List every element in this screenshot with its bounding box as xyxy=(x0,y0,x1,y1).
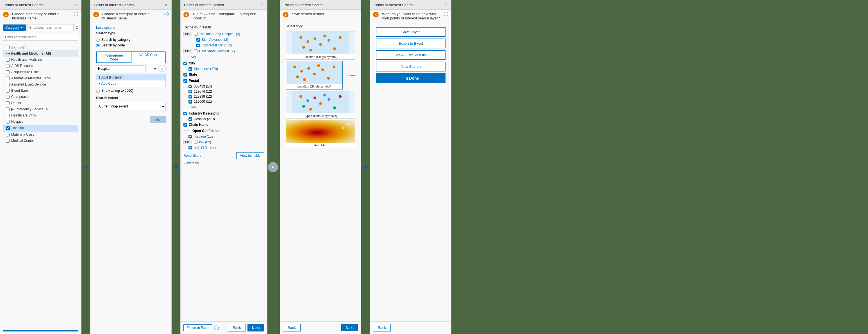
only-link[interactable]: only xyxy=(210,145,216,149)
im-done-btn[interactable]: I'm Done xyxy=(376,73,445,83)
panel3-next-btn[interactable]: Next xyxy=(247,324,264,331)
colorectal-label: Colorectal Clinic xyxy=(202,43,226,47)
tree-check-acupuncture[interactable] xyxy=(6,71,9,74)
panel3-info-icon[interactable]: i xyxy=(214,326,219,330)
suggestion-item-hospital[interactable]: 15014 (Hospital) xyxy=(96,74,165,81)
tree-check-hospice[interactable] xyxy=(6,120,9,123)
tree-item-event[interactable]: Event (All) xyxy=(3,45,79,50)
check-industry-section[interactable] xyxy=(183,112,187,115)
check-308433[interactable] xyxy=(188,85,192,88)
postal-110000-row: 110000 (11) xyxy=(181,99,267,104)
panel5-collapse-btn[interactable]: « xyxy=(443,3,448,7)
add-code-link[interactable]: + Add Code xyxy=(96,81,165,87)
style-item-single1[interactable]: Location (Single symbol) xyxy=(286,31,355,60)
radio-by-category[interactable] xyxy=(96,38,100,41)
step2-info-icon[interactable]: i xyxy=(164,12,168,16)
tab-naics[interactable]: NAICS Code xyxy=(131,52,165,63)
business-name-input[interactable] xyxy=(28,24,73,31)
tree-item-acupuncture[interactable]: Acupuncture Clinic xyxy=(3,69,79,75)
tree-check-event[interactable] xyxy=(6,46,9,49)
tree-item-health-medicine[interactable]: Health and Medicine xyxy=(3,57,79,63)
tree-check-aids[interactable] xyxy=(6,64,9,68)
view-edit-results-btn[interactable]: View / Edit Results xyxy=(376,50,445,60)
tree-item-chiro[interactable]: Chiropractor xyxy=(3,94,79,100)
check-state-section[interactable] xyxy=(183,73,187,77)
tree-group-health[interactable]: ▪ ◂ Health and Medicine (All) xyxy=(3,50,79,57)
check-110000[interactable] xyxy=(188,100,192,104)
clear-search-btn[interactable]: ✕ xyxy=(158,65,166,72)
tree-item-hospital[interactable]: Hospital xyxy=(3,124,79,131)
code-dropdown[interactable] xyxy=(147,65,157,72)
tree-check-emergency[interactable] xyxy=(6,108,9,111)
check-singapore[interactable] xyxy=(188,67,192,71)
panel3-export-excel-btn[interactable]: Export to Excel xyxy=(183,325,212,331)
reset-filters-link[interactable]: Reset filters xyxy=(183,154,201,158)
check-industry-hospital[interactable] xyxy=(188,117,192,121)
tree-item-alt-medicine[interactable]: Alternative Medicine Clinic xyxy=(3,75,79,81)
check-city-section[interactable] xyxy=(183,62,187,65)
check-east-shore[interactable] xyxy=(194,49,197,53)
check-tan-tock[interactable] xyxy=(194,32,197,36)
view-full-table-btn[interactable]: View full table xyxy=(236,152,264,159)
radio-by-code[interactable] xyxy=(96,44,100,47)
tree-check-assisted[interactable] xyxy=(6,83,9,86)
panel2-collapse-btn[interactable]: « xyxy=(163,3,168,7)
panel1-scrollbar[interactable] xyxy=(3,330,79,331)
tree-item-maternity[interactable]: Maternity Clinic xyxy=(3,131,79,138)
check-medium[interactable] xyxy=(188,135,192,138)
export-excel-btn[interactable]: Export to Excel xyxy=(376,38,445,48)
panel5-back-btn[interactable]: Back xyxy=(373,324,391,331)
step5-info-icon[interactable]: i xyxy=(444,12,448,16)
tree-check-dentist[interactable] xyxy=(6,101,9,105)
more-link-1[interactable]: more xyxy=(181,54,267,60)
tree-check-alt-medicine[interactable] xyxy=(6,77,9,80)
style-item-single2[interactable]: Location (Single symbol) xyxy=(286,61,343,89)
panel1-collapse-btn[interactable]: « xyxy=(73,3,78,7)
collapse-arrow-3-4[interactable]: ► xyxy=(268,162,278,172)
less-options-link[interactable]: Less options xyxy=(93,25,118,31)
tree-item-medical[interactable]: Medical Center xyxy=(3,138,79,144)
tree-item-aids[interactable]: AIDS Resource xyxy=(3,63,79,69)
category-button[interactable]: Category ▼ xyxy=(3,25,26,31)
extent-select[interactable]: Current map extent xyxy=(96,103,166,110)
panel4-back-btn[interactable]: Back xyxy=(283,324,301,331)
category-search-input[interactable] xyxy=(3,34,79,40)
new-search-btn[interactable]: New Search xyxy=(376,62,445,72)
more-link-postal[interactable]: more xyxy=(181,104,267,110)
panel4-next-btn[interactable]: Next xyxy=(341,324,358,331)
style-item-heatmap[interactable]: Heat Map xyxy=(286,120,355,148)
tree-item-blood[interactable]: Blood Bank xyxy=(3,87,79,94)
view-table-link[interactable]: View table xyxy=(183,161,199,165)
check-postal-section[interactable] xyxy=(183,79,187,83)
check-low[interactable] xyxy=(194,140,197,144)
check-bion[interactable] xyxy=(196,38,200,41)
panel4-collapse-btn[interactable]: « xyxy=(353,3,358,7)
tree-check-health-medicine[interactable] xyxy=(6,58,9,62)
tree-item-assisted[interactable]: Assisted Living Service xyxy=(3,81,79,87)
check-119074[interactable] xyxy=(188,90,192,93)
radio-show-all[interactable] xyxy=(96,89,100,92)
panel3-back-btn[interactable]: Back xyxy=(228,324,246,331)
tree-check-blood[interactable] xyxy=(6,89,9,92)
panel3-collapse-btn[interactable]: « xyxy=(259,3,264,7)
tree-check-maternity[interactable] xyxy=(6,133,9,137)
check-chain-section[interactable] xyxy=(183,123,187,127)
go-button[interactable]: Go xyxy=(150,116,166,123)
tree-item-hospice[interactable]: Hospice xyxy=(3,118,79,124)
check-high[interactable] xyxy=(188,146,192,149)
tree-check-medical[interactable] xyxy=(6,139,9,143)
save-layer-btn[interactable]: Save Layer xyxy=(376,27,445,37)
style-item-unique[interactable]: Types (Unique symbols) xyxy=(286,91,355,119)
gear-icon[interactable]: ⚙ xyxy=(75,25,79,30)
tree-item-dentist[interactable]: Dentist xyxy=(3,100,79,106)
tree-check-chiro[interactable] xyxy=(6,95,9,99)
tree-check-healthcare[interactable] xyxy=(6,114,9,117)
check-colorectal[interactable] xyxy=(196,44,200,47)
tree-check-hospital[interactable] xyxy=(6,126,10,130)
check-229899[interactable] xyxy=(188,95,192,99)
code-search-input[interactable] xyxy=(96,65,146,72)
step1-info-icon[interactable]: i xyxy=(74,12,79,16)
tab-foursquare[interactable]: Foursquare Code xyxy=(96,52,131,63)
tree-item-healthcare[interactable]: Healthcare Clinic xyxy=(3,112,79,118)
tree-item-emergency[interactable]: ▶ Emergency Service (All) xyxy=(3,106,79,112)
